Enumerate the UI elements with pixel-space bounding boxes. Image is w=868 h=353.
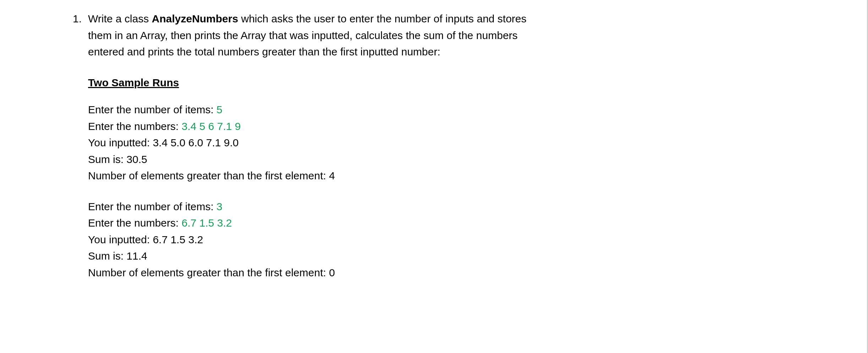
sample-line: Enter the number of items: 3: [88, 199, 532, 215]
document-page: 1. Write a class AnalyzeNumbers which as…: [0, 0, 868, 353]
inputted-line: You inputted: 6.7 1.5 3.2: [88, 232, 532, 248]
numbers-prompt: Enter the numbers:: [88, 217, 181, 229]
greater-line: Number of elements greater than the firs…: [88, 265, 532, 281]
sample-line: Enter the number of items: 5: [88, 102, 532, 118]
problem-statement: Write a class AnalyzeNumbers which asks …: [88, 11, 532, 60]
numbers-input: 6.7 1.5 3.2: [181, 217, 232, 229]
sample-line: Enter the numbers: 6.7 1.5 3.2: [88, 215, 532, 232]
items-input: 5: [217, 104, 223, 115]
inputted-line: You inputted: 3.4 5.0 6.0 7.1 9.0: [88, 135, 532, 151]
items-prompt: Enter the number of items:: [88, 201, 217, 212]
sample-run-2: Enter the number of items: 3 Enter the n…: [88, 199, 532, 281]
class-name: AnalyzeNumbers: [152, 13, 238, 25]
problem-content: Write a class AnalyzeNumbers which asks …: [88, 11, 532, 295]
problem-text-before: Write a class: [88, 13, 152, 25]
sample-run-1: Enter the number of items: 5 Enter the n…: [88, 102, 532, 184]
sample-runs-heading: Two Sample Runs: [88, 75, 532, 91]
sum-line: Sum is: 30.5: [88, 151, 532, 168]
list-marker: 1.: [64, 11, 88, 27]
sample-line: Enter the numbers: 3.4 5 6 7.1 9: [88, 118, 532, 135]
list-item: 1. Write a class AnalyzeNumbers which as…: [64, 11, 803, 295]
items-input: 3: [217, 201, 223, 212]
numbers-prompt: Enter the numbers:: [88, 120, 181, 132]
sum-line: Sum is: 11.4: [88, 248, 532, 265]
numbers-input: 3.4 5 6 7.1 9: [181, 120, 241, 132]
items-prompt: Enter the number of items:: [88, 104, 217, 115]
greater-line: Number of elements greater than the firs…: [88, 168, 532, 184]
